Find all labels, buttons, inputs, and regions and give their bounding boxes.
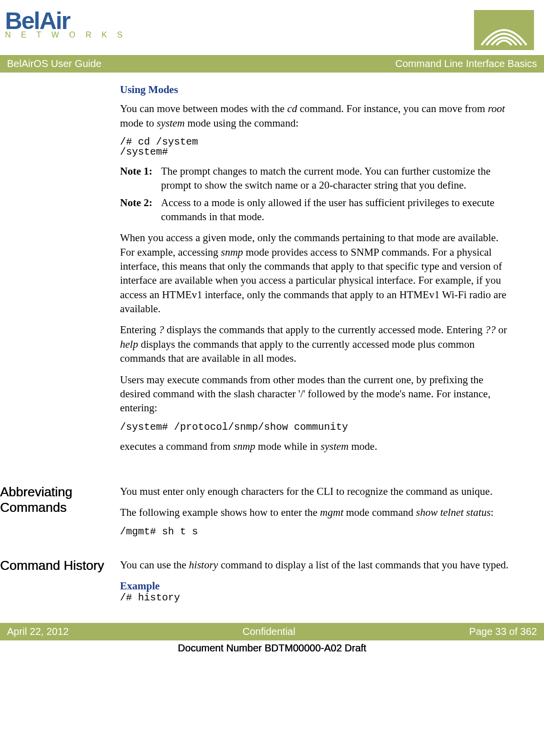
main-column: You must enter only enough characters fo…	[120, 484, 514, 544]
content-area: Using Modes You can move between modes w…	[0, 73, 544, 470]
logo: BelAir N E T W O R K S	[5, 10, 126, 40]
code-block: /# cd /system /system#	[120, 137, 514, 157]
logo-subtext: N E T W O R K S	[5, 31, 126, 40]
page-header: BelAir N E T W O R K S	[0, 0, 544, 55]
note-label: Note 1:	[120, 164, 161, 193]
example-label: Example	[120, 579, 514, 593]
footer-confidential: Confidential	[242, 626, 296, 637]
wifi-arc-icon	[474, 10, 534, 50]
sidebar-column	[0, 83, 120, 460]
main-column: You can use the history command to displ…	[120, 558, 514, 603]
footer-page-number: Page 33 of 362	[469, 626, 537, 637]
sidebar-column: Command History	[0, 558, 120, 603]
note-text: The prompt changes to match the current …	[161, 164, 514, 193]
paragraph: Users may execute commands from other mo…	[120, 373, 514, 415]
document-number: Document Number BDTM00000-A02 Draft	[0, 640, 544, 660]
title-bar: BelAirOS User Guide Command Line Interfa…	[0, 55, 544, 73]
guide-title: BelAirOS User Guide	[7, 58, 102, 70]
code-block: /# history	[120, 593, 514, 603]
paragraph: Entering ? displays the commands that ap…	[120, 323, 514, 365]
note-text: Access to a mode is only allowed if the …	[161, 196, 514, 224]
note-1: Note 1: The prompt changes to match the …	[120, 164, 514, 193]
paragraph: You can move between modes with the cd c…	[120, 102, 514, 130]
sidebar-column: Abbreviating Commands	[0, 484, 120, 544]
paragraph: You must enter only enough characters fo…	[120, 484, 514, 498]
footer-bar: April 22, 2012 Confidential Page 33 of 3…	[0, 623, 544, 640]
note-label: Note 2:	[120, 196, 161, 224]
main-column: Using Modes You can move between modes w…	[120, 83, 514, 460]
paragraph: The following example shows how to enter…	[120, 505, 514, 519]
paragraph: When you access a given mode, only the c…	[120, 231, 514, 316]
footer-date: April 22, 2012	[7, 626, 68, 637]
paragraph: executes a command from snmp mode while …	[120, 439, 514, 453]
section-heading-using-modes: Using Modes	[120, 83, 514, 97]
logo-brand-text: BelAir	[5, 10, 126, 32]
section-history: Command History You can use the history …	[0, 558, 544, 603]
code-block: /system# /protocol/snmp/show community	[120, 422, 514, 432]
section-abbreviating: Abbreviating Commands You must enter onl…	[0, 484, 544, 544]
chapter-title: Command Line Interface Basics	[396, 58, 537, 70]
note-2: Note 2: Access to a mode is only allowed…	[120, 196, 514, 224]
code-block: /mgmt# sh t s	[120, 527, 514, 537]
side-heading-history: Command History	[0, 558, 120, 573]
side-heading-abbreviating: Abbreviating Commands	[0, 484, 120, 515]
paragraph: You can use the history command to displ…	[120, 558, 514, 572]
